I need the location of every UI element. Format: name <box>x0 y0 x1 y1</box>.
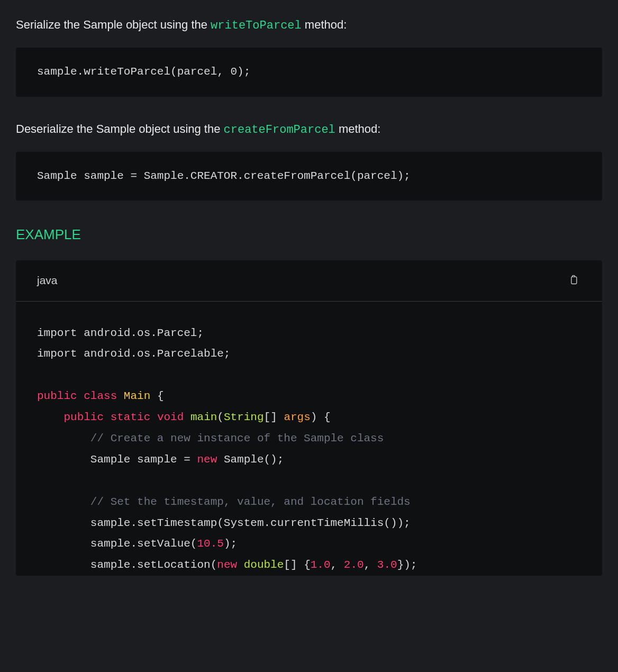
number: 1.0 <box>311 559 331 571</box>
code-line: import android.os.Parcelable; <box>37 348 230 360</box>
code-text: , <box>364 559 377 571</box>
inline-code-writeToParcel: writeToParcel <box>211 19 302 32</box>
keyword: class <box>84 390 117 402</box>
example-header: java <box>16 260 602 302</box>
comment: // Create a new instance of the Sample c… <box>90 432 384 444</box>
code-text: ); <box>224 538 237 550</box>
paragraph-deserialize: Deserialize the Sample object using the … <box>16 120 602 139</box>
code-text: { <box>150 390 163 402</box>
code-text: ( <box>217 411 224 423</box>
code-text: Sample sample = <box>90 453 197 466</box>
text: method: <box>335 122 381 135</box>
example-code: import android.os.Parcel; import android… <box>16 302 602 576</box>
type-name: double <box>244 559 284 571</box>
comment: // Set the timestamp, value, and locatio… <box>90 496 411 508</box>
keyword: public <box>37 390 77 402</box>
keyword: new <box>217 559 237 571</box>
copy-button[interactable] <box>566 272 581 289</box>
svg-rect-0 <box>571 277 577 284</box>
keyword: static <box>111 411 151 423</box>
type-name: String <box>224 411 264 423</box>
number: 3.0 <box>377 559 397 571</box>
indent <box>37 496 90 508</box>
code-line: import android.os.Parcel; <box>37 327 204 339</box>
paragraph-serialize: Serialize the Sample object using the wr… <box>16 16 602 35</box>
code-block-serialize: sample.writeToParcel(parcel, 0); <box>16 48 602 97</box>
indent <box>37 538 90 550</box>
number: 2.0 <box>344 559 364 571</box>
code-text: sample.setValue( <box>90 538 197 550</box>
code-text: sample.setLocation( <box>90 559 217 571</box>
keyword: public <box>63 411 104 423</box>
code-text: [] { <box>284 559 310 571</box>
text: Serialize the Sample object using the <box>16 18 211 31</box>
example-language-label: java <box>37 272 58 289</box>
example-block: java import android.os.Parcel; import an… <box>16 260 602 576</box>
indent <box>37 559 90 571</box>
indent <box>37 517 90 529</box>
indent <box>37 453 90 466</box>
class-name: Main <box>124 390 150 402</box>
code-text: Sample(); <box>217 453 284 466</box>
clipboard-icon <box>568 274 579 287</box>
code-block-deserialize: Sample sample = Sample.CREATOR.createFro… <box>16 152 602 201</box>
inline-code-createFromParcel: createFromParcel <box>224 123 335 137</box>
text: method: <box>302 18 347 31</box>
function-name: main <box>190 411 217 423</box>
code-text: }); <box>397 559 417 571</box>
indent <box>37 411 63 423</box>
code-text: , <box>331 559 344 571</box>
code-text: sample.setTimestamp(System.currentTimeMi… <box>90 517 411 529</box>
code-text: ) { <box>311 411 331 423</box>
text: Deserialize the Sample object using the <box>16 122 224 135</box>
argument: args <box>284 411 310 423</box>
indent <box>37 432 90 444</box>
heading-example: EXAMPLE <box>16 224 602 245</box>
code-text: [] <box>264 411 284 423</box>
number: 10.5 <box>197 538 223 550</box>
keyword: void <box>157 411 184 423</box>
keyword: new <box>197 453 217 466</box>
